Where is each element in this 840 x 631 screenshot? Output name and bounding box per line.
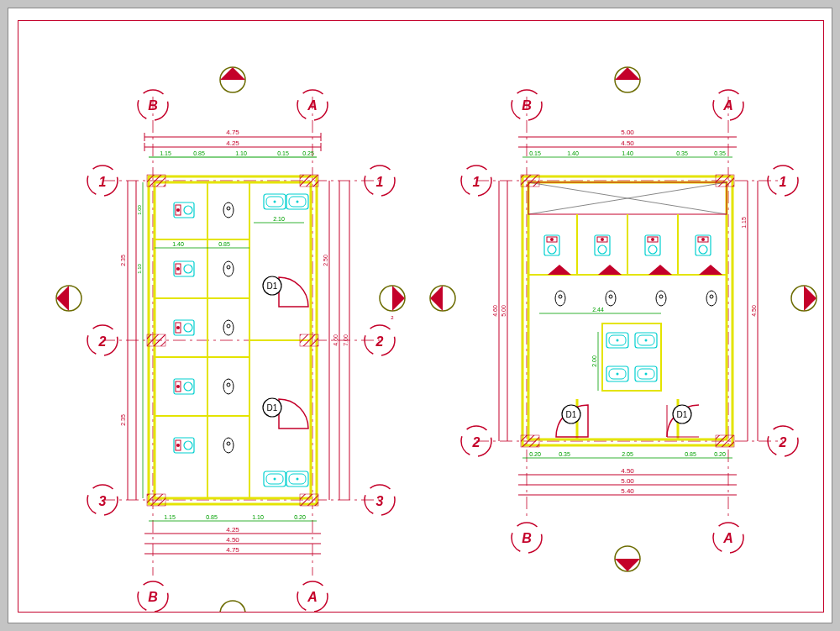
left-plan: B A B A 1 2 3 1 2 3 2 4.75 4.25 1.15 0.8…	[56, 67, 405, 612]
svg-text:1.00: 1.00	[137, 205, 142, 215]
svg-text:D1: D1	[677, 410, 688, 419]
svg-text:4.25: 4.25	[226, 526, 239, 534]
svg-text:2: 2	[472, 435, 480, 450]
svg-text:0.85: 0.85	[218, 241, 230, 247]
svg-text:5.40: 5.40	[621, 487, 634, 495]
door-D1-upper: D1	[263, 276, 308, 307]
svg-text:0.20: 0.20	[294, 514, 306, 520]
svg-text:1.10: 1.10	[252, 514, 264, 520]
section-mark-top	[220, 67, 245, 92]
svg-text:1.40: 1.40	[172, 241, 184, 247]
svg-rect-116	[716, 435, 734, 447]
svg-text:A: A	[722, 98, 733, 113]
svg-text:0.35: 0.35	[676, 150, 688, 156]
svg-text:4.50: 4.50	[751, 305, 757, 317]
svg-text:3: 3	[376, 494, 384, 508]
svg-text:5.00: 5.00	[501, 305, 507, 317]
svg-text:1.15: 1.15	[160, 150, 171, 156]
svg-text:1: 1	[780, 175, 787, 189]
svg-text:2.44: 2.44	[592, 307, 604, 313]
svg-text:0.85: 0.85	[685, 451, 696, 457]
door-D1-R: D1	[667, 405, 699, 437]
svg-text:2: 2	[375, 334, 384, 349]
svg-text:5.00: 5.00	[621, 129, 634, 136]
svg-text:B: B	[148, 98, 158, 113]
grid-bubble-B-bot: B	[138, 581, 168, 612]
svg-rect-114	[716, 175, 734, 187]
section-mark-bot	[220, 601, 245, 612]
svg-text:1.10: 1.10	[137, 264, 142, 274]
svg-text:1: 1	[473, 175, 480, 189]
svg-text:B: B	[148, 590, 158, 604]
svg-text:2: 2	[98, 334, 107, 349]
svg-text:3: 3	[99, 494, 107, 508]
svg-text:4.50: 4.50	[621, 139, 634, 147]
svg-text:0.85: 0.85	[193, 150, 205, 156]
svg-text:1: 1	[376, 175, 384, 189]
svg-text:4.60: 4.60	[492, 305, 498, 317]
svg-text:2.05: 2.05	[622, 451, 633, 457]
svg-rect-113	[521, 175, 539, 187]
svg-text:1: 1	[99, 175, 107, 189]
svg-text:B: B	[522, 531, 532, 545]
svg-text:0.20: 0.20	[529, 451, 541, 457]
svg-text:A: A	[307, 98, 318, 113]
svg-text:2: 2	[391, 315, 394, 320]
svg-text:5.00: 5.00	[621, 477, 634, 485]
svg-rect-48	[147, 175, 165, 187]
svg-text:4.60: 4.60	[333, 334, 339, 346]
svg-text:4.50: 4.50	[621, 467, 634, 475]
svg-text:2.50: 2.50	[323, 255, 328, 266]
drawing-paper: B A B A 1 2 3 1 2 3 2 4.75 4.25 1.15 0.8…	[8, 8, 832, 623]
svg-text:2.35: 2.35	[120, 255, 126, 266]
svg-text:7.00: 7.00	[343, 334, 349, 346]
door-D1-L: D1	[556, 405, 588, 437]
drawing-frame: B A B A 1 2 3 1 2 3 2 4.75 4.25 1.15 0.8…	[18, 20, 824, 613]
svg-text:0.15: 0.15	[277, 150, 289, 156]
svg-text:0.25: 0.25	[302, 150, 314, 156]
svg-rect-53	[300, 494, 318, 506]
svg-text:2: 2	[779, 435, 787, 450]
svg-text:A: A	[307, 590, 318, 604]
svg-text:0.20: 0.20	[714, 451, 726, 457]
svg-rect-117	[602, 323, 661, 391]
svg-text:4.50: 4.50	[226, 536, 239, 544]
svg-text:D1: D1	[267, 281, 278, 291]
svg-text:A: A	[722, 531, 733, 545]
svg-text:2.35: 2.35	[120, 414, 126, 426]
svg-text:0.15: 0.15	[529, 150, 541, 156]
svg-text:D1: D1	[267, 403, 278, 413]
svg-text:1.40: 1.40	[567, 150, 579, 156]
svg-text:2.10: 2.10	[273, 216, 285, 222]
svg-rect-49	[300, 175, 318, 187]
section-mark-right	[380, 286, 405, 311]
grid-bubble-A-bot: A	[297, 581, 328, 612]
cad-drawing: B A B A 1 2 3 1 2 3 2 4.75 4.25 1.15 0.8…	[18, 21, 823, 612]
svg-text:1.10: 1.10	[235, 150, 247, 156]
svg-text:1.40: 1.40	[622, 150, 633, 156]
svg-text:4.75: 4.75	[226, 546, 239, 554]
door-D1-lower: D1	[263, 398, 308, 429]
svg-text:0.35: 0.35	[714, 150, 726, 156]
svg-text:2.00: 2.00	[591, 355, 597, 367]
svg-rect-52	[147, 494, 165, 506]
svg-text:4.25: 4.25	[226, 139, 239, 147]
svg-rect-115	[521, 435, 539, 447]
svg-rect-50	[147, 334, 165, 346]
svg-text:B: B	[522, 98, 532, 113]
svg-text:1.15: 1.15	[164, 514, 176, 520]
svg-text:0.35: 0.35	[559, 451, 570, 457]
right-plan: B A B A 1 2 1 2 5.00 4.50 0.15 1.40 1.40…	[430, 67, 816, 571]
svg-text:D1: D1	[566, 410, 577, 419]
svg-text:0.85: 0.85	[206, 514, 218, 520]
svg-text:4.75: 4.75	[226, 129, 239, 136]
section-mark-left	[56, 286, 81, 311]
svg-text:1.15: 1.15	[741, 217, 747, 229]
svg-rect-51	[300, 334, 318, 346]
